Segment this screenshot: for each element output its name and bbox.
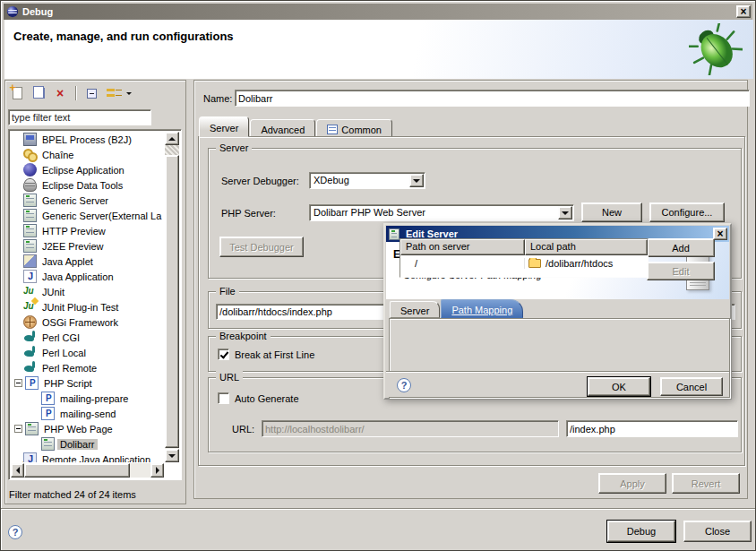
mapping-table: Path on server Local path //dolibarr/htd… xyxy=(399,238,649,278)
col-path-on-server[interactable]: Path on server xyxy=(400,239,525,255)
horizontal-scroll-thumb[interactable] xyxy=(24,463,130,478)
server-debugger-label: Server Debugger: xyxy=(221,176,299,186)
scroll-left-icon[interactable] xyxy=(11,463,24,478)
duplicate-config-icon[interactable] xyxy=(30,85,47,101)
tree-item-junit-plug-in-test[interactable]: JUnit Plug-in Test xyxy=(11,299,164,314)
edit-server-dialog: Edit Server × Edit Server Path Mapping C… xyxy=(383,223,732,400)
collapse-all-icon[interactable] xyxy=(83,85,99,101)
main-tabs: Server Advanced Common xyxy=(199,116,393,137)
edit-mapping-button[interactable]: Edit xyxy=(647,262,715,280)
php-server-select[interactable]: Dolibarr PHP Web Server xyxy=(309,204,574,221)
close-button[interactable]: Close xyxy=(683,521,752,542)
break-first-line-label: Break at First Line xyxy=(235,349,314,360)
tree-item-bpel-process-b2j-[interactable]: BPEL Process (B2J) xyxy=(11,132,164,147)
close-dialog-button[interactable]: × xyxy=(713,228,727,240)
perl-icon xyxy=(23,331,37,344)
debug-button[interactable]: Debug xyxy=(607,521,675,542)
config-tree-box: BPEL Process (B2J)ChaîneEclipse Applicat… xyxy=(8,129,182,480)
tree-item-java-applet[interactable]: Java Applet xyxy=(11,254,164,269)
test-debugger-button[interactable]: Test Debugger xyxy=(219,237,304,257)
php-icon xyxy=(41,392,55,405)
scroll-right-icon[interactable] xyxy=(150,463,164,478)
dialog-help-icon[interactable]: ? xyxy=(397,378,411,392)
tree-item-osgi-framework[interactable]: OSGi Framework xyxy=(11,314,164,330)
dropdown-arrow-icon[interactable] xyxy=(409,174,424,187)
tree-item-remote-java-application[interactable]: Remote Java Application xyxy=(11,452,164,462)
server-icon xyxy=(41,437,55,451)
tree-item-generic-server[interactable]: Generic Server xyxy=(11,193,164,208)
name-input[interactable] xyxy=(235,90,750,107)
server-icon xyxy=(23,239,37,253)
php-icon xyxy=(25,376,39,390)
collapse-toggle-icon[interactable] xyxy=(14,425,22,433)
url-path-input[interactable] xyxy=(566,420,738,437)
apply-button[interactable]: Apply xyxy=(598,473,666,494)
revert-button[interactable]: Revert xyxy=(672,473,740,494)
close-window-button[interactable]: × xyxy=(736,5,751,18)
title-bar: Debug × xyxy=(4,4,752,20)
file-group-legend: File xyxy=(216,285,239,297)
tree-item-j2ee-preview[interactable]: J2EE Preview xyxy=(11,238,164,254)
tree-item-java-application[interactable]: Java Application xyxy=(11,269,164,284)
applet-icon xyxy=(23,254,37,268)
scroll-down-icon[interactable] xyxy=(165,449,179,462)
eclipse-logo-icon xyxy=(6,5,19,18)
javaapp-icon xyxy=(23,270,37,283)
tree-item-mailing-prepare[interactable]: mailing-prepare xyxy=(11,391,164,406)
ok-button[interactable]: OK xyxy=(588,377,650,396)
mapping-row[interactable]: //dolibarr/htdocs xyxy=(400,255,648,271)
mapping-table-body: //dolibarr/htdocs xyxy=(400,255,648,271)
add-mapping-button[interactable]: Add xyxy=(647,238,715,257)
perl-icon xyxy=(23,346,37,359)
filter-menu-icon[interactable] xyxy=(105,85,121,101)
tree-horizontal-scrollbar[interactable] xyxy=(11,463,164,478)
break-first-line-checkbox[interactable] xyxy=(218,349,229,360)
tree-item-eclipse-application[interactable]: Eclipse Application xyxy=(11,162,164,177)
tree-item-generic-server-external-la[interactable]: Generic Server(External La xyxy=(11,208,164,223)
datatools-icon xyxy=(23,178,37,192)
banner: Create, manage, and run configurations xyxy=(4,20,753,79)
tree-vertical-scrollbar[interactable] xyxy=(165,132,179,462)
tab-advanced[interactable]: Advanced xyxy=(250,119,315,137)
vertical-scroll-thumb[interactable] xyxy=(165,155,179,448)
dialog-tabs: Server Path Mapping xyxy=(390,299,524,318)
tab-common[interactable]: Common xyxy=(316,119,392,137)
break-first-line-row: Break at First Line xyxy=(218,349,314,360)
url-group-legend: URL xyxy=(216,371,243,383)
new-config-icon[interactable] xyxy=(9,85,25,101)
php-server-label: PHP Server: xyxy=(221,208,276,219)
mapping-table-header: Path on server Local path xyxy=(400,239,648,255)
config-tree: BPEL Process (B2J)ChaîneEclipse Applicat… xyxy=(11,132,164,462)
tree-item-php-script[interactable]: PHP Script xyxy=(11,375,164,391)
junitplug-icon xyxy=(23,300,37,314)
server-debugger-select[interactable]: XDebug xyxy=(309,172,425,189)
filter-input[interactable] xyxy=(8,109,151,125)
delete-config-icon[interactable]: × xyxy=(52,85,68,101)
cancel-button[interactable]: Cancel xyxy=(660,377,723,396)
dropdown-arrow-icon[interactable] xyxy=(558,206,572,220)
collapse-toggle-icon[interactable] xyxy=(14,379,22,387)
tree-item-php-web-page[interactable]: PHP Web Page xyxy=(11,421,164,436)
scroll-up-icon[interactable] xyxy=(165,132,179,145)
col-local-path[interactable]: Local path xyxy=(525,239,648,255)
tree-item-perl-cgi[interactable]: Perl CGI xyxy=(11,330,164,345)
tab-server[interactable]: Server xyxy=(199,116,249,137)
tree-item-perl-local[interactable]: Perl Local xyxy=(11,345,164,360)
help-icon[interactable]: ? xyxy=(8,525,22,539)
window-title: Debug xyxy=(22,6,53,17)
dialog-tab-server[interactable]: Server xyxy=(390,301,440,318)
filter-dropdown-caret-icon[interactable] xyxy=(126,92,132,95)
configure-server-button[interactable]: Configure... xyxy=(649,202,725,222)
tree-item-mailing-send[interactable]: mailing-send xyxy=(11,406,164,421)
tree-item-http-preview[interactable]: HTTP Preview xyxy=(11,223,164,238)
auto-generate-checkbox[interactable] xyxy=(218,392,229,404)
tree-item-dolibarr[interactable]: Dolibarr xyxy=(11,436,164,452)
server-icon xyxy=(23,209,37,222)
new-server-button[interactable]: New xyxy=(581,202,642,222)
footer-separator xyxy=(1,508,756,510)
folder-icon xyxy=(528,259,541,268)
tree-item-cha-ne[interactable]: Chaîne xyxy=(11,147,164,162)
tree-item-eclipse-data-tools[interactable]: Eclipse Data Tools xyxy=(11,177,164,193)
tree-item-perl-remote[interactable]: Perl Remote xyxy=(11,360,164,375)
dialog-tab-path-mapping[interactable]: Path Mapping xyxy=(441,299,523,318)
